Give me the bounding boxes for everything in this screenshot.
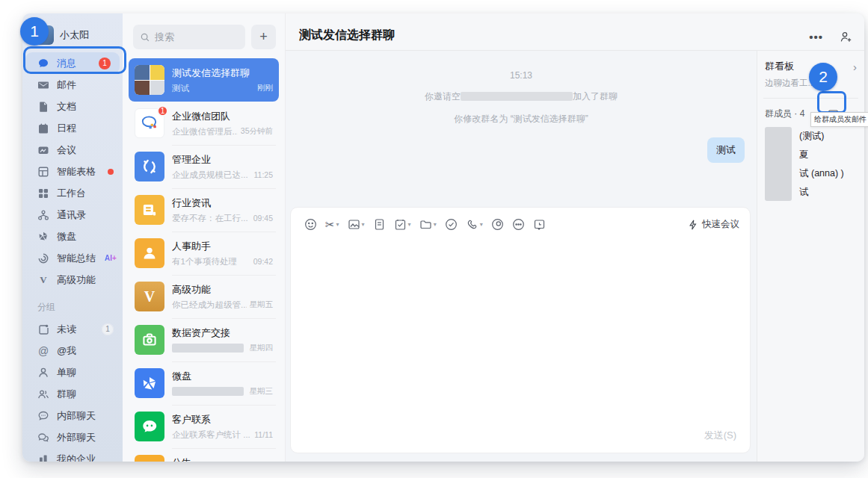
chat-unread-badge: 1 <box>157 105 168 117</box>
chat-subtitle: 有1个事项待处理 <box>172 256 250 267</box>
sidebar-item-advanced[interactable]: V 高级功能 <box>22 269 123 291</box>
create-chat-button[interactable]: + <box>251 25 276 49</box>
search-placeholder: 搜索 <box>155 31 174 44</box>
advanced-features-avatar: V <box>135 282 164 311</box>
sidebar-item-group-chats[interactable]: 群聊 <box>22 383 123 405</box>
chat-title: 管理企业 <box>172 153 273 167</box>
chat-list-item[interactable]: 客户联系 企业联系客户统计 ... 11/11 <box>129 405 279 448</box>
annotation-step-2: 2 <box>809 63 837 91</box>
unread-group-badge: 1 <box>102 323 114 335</box>
chat-list-item[interactable]: 公告 ss: 你好 <box>129 448 279 462</box>
sidebar-item-smart-summary[interactable]: 智能总结 AI+ <box>22 247 123 269</box>
sidebar-item-label: 智能表格 <box>57 165 100 179</box>
announcement-avatar <box>135 455 164 462</box>
chat-subtitle: 爱存不存：在工行... <box>172 213 250 224</box>
message-text-area[interactable] <box>291 237 750 428</box>
sidebar-item-mentions[interactable]: @ @我 <box>22 340 123 361</box>
chat-list-item[interactable]: 数据资产交接 星期四 <box>129 318 279 361</box>
chat-time: 35分钟前 <box>241 126 273 137</box>
drive-pinwheel-icon <box>37 231 49 243</box>
annotation-step-1: 1 <box>20 17 49 46</box>
two-person-icon <box>37 388 49 400</box>
sidebar-item-workbench[interactable]: 工作台 <box>22 182 123 204</box>
chat-title: 公告 <box>172 456 273 462</box>
sidebar-item-external-chats[interactable]: 外部聊天 <box>22 426 123 448</box>
sidebar-item-label: 单聊 <box>57 366 114 379</box>
sidebar-item-contacts[interactable]: 通讯录 <box>22 204 123 226</box>
meeting-icon <box>37 144 49 156</box>
sidebar-item-internal-chats[interactable]: 内部聊天 <box>22 405 123 426</box>
emoji-icon[interactable] <box>303 217 318 232</box>
chat-list-item-selected[interactable]: 测试发信选择群聊 测试 刚刚 <box>129 58 279 102</box>
chat-subtitle: 测试 <box>172 83 254 94</box>
sidebar-item-label: 工作台 <box>57 187 114 200</box>
call-icon[interactable]: ▾ <box>464 217 484 232</box>
more-circle-icon[interactable] <box>511 217 526 232</box>
sidebar-item-docs[interactable]: 文档 <box>22 96 123 117</box>
chat-list-item[interactable]: 人事助手 有1个事项待处理 09:42 <box>129 232 279 275</box>
chevron-right-icon[interactable]: › <box>853 60 857 73</box>
sidebar-item-my-company[interactable]: 我的企业 <box>22 448 123 462</box>
todo-icon[interactable]: ▾ <box>393 217 413 232</box>
chat-title: 数据资产交接 <box>172 326 273 340</box>
system-message-invite: 你邀请空加入了群聊 <box>286 90 757 103</box>
sidebar-item-label: 邮件 <box>57 78 114 92</box>
data-handover-avatar <box>135 325 164 355</box>
unread-icon <box>37 323 49 335</box>
divider <box>763 98 858 99</box>
chat-title: 客户联系 <box>172 413 273 426</box>
sidebar-item-meeting[interactable]: 会议 <box>22 139 123 161</box>
chat-list-item[interactable]: 行业资讯 爱存不存：在工行... 09:45 <box>129 188 279 232</box>
sidebar-item-unread[interactable]: 未读 1 <box>22 318 123 340</box>
calendar-icon <box>37 122 49 134</box>
voice-record-icon[interactable] <box>490 217 505 232</box>
chat-time: 星期五 <box>250 299 274 310</box>
chat-list-item[interactable]: 微盘 星期三 <box>129 361 279 405</box>
chat-bubble-icon <box>37 58 49 69</box>
at-icon: @ <box>37 345 49 357</box>
sidebar-item-label: 微盘 <box>57 230 114 243</box>
sidebar-item-label: 会议 <box>57 143 114 157</box>
sidebar-item-label: 我的企业 <box>57 453 114 462</box>
sidebar-item-mail[interactable]: 邮件 <box>22 74 123 96</box>
chat-time: 09:45 <box>253 214 273 223</box>
sidebar-item-label: 智能总结 <box>57 252 96 265</box>
quick-meeting-button[interactable]: 快速会议 <box>688 218 739 231</box>
check-circle-icon[interactable] <box>443 217 459 232</box>
sidebar-item-direct-chats[interactable]: 单聊 <box>22 361 123 383</box>
sidebar-item-label: 未读 <box>57 323 94 336</box>
message-area: 15:13 你邀请空加入了群聊 你修改群名为 “测试发信选择群聊” 测试 <box>286 51 757 207</box>
wecom-window: 小太阳 消息 1 邮件 文档 日程 <box>22 13 864 462</box>
ai-plus-tag: AI+ <box>105 254 117 262</box>
chat-time: 09:42 <box>253 257 273 266</box>
image-icon[interactable]: ▾ <box>346 217 366 232</box>
screenshot-scissors-icon[interactable]: ✂▾ <box>324 217 341 232</box>
sent-message-bubble: 测试 <box>707 137 745 163</box>
chat-list-item[interactable]: 管理企业 企业成员规模已达... 11:25 <box>129 145 279 188</box>
sidebar-item-calendar[interactable]: 日程 <box>22 117 123 139</box>
message-timestamp: 15:13 <box>286 70 757 81</box>
chat-header: ─ □ ✕ 测试发信选择群聊 ••• <box>286 13 864 51</box>
chat-subtitle: 你已经成为超级管... <box>172 299 247 311</box>
search-input[interactable]: 搜索 <box>133 25 245 49</box>
sidebar-item-messages[interactable]: 消息 1 <box>25 52 120 74</box>
file-icon[interactable] <box>372 217 387 232</box>
search-icon <box>140 32 150 43</box>
sidebar-item-label: 外部聊天 <box>57 431 114 444</box>
chat-more-icon[interactable]: ••• <box>809 31 823 43</box>
folder-icon[interactable]: ▾ <box>418 217 438 232</box>
hr-assistant-avatar <box>135 238 164 268</box>
chat-list-item[interactable]: 1 企业微信团队 企业微信管理后... 35分钟前 <box>129 102 279 145</box>
sidebar-item-smart-table[interactable]: 智能表格 <box>22 161 123 182</box>
sidebar-group-header: 分组 <box>22 291 123 318</box>
chat-list: 测试发信选择群聊 测试 刚刚 1 企业微信团队 企业微信管理后... 35 <box>123 58 285 462</box>
add-member-icon[interactable] <box>840 31 852 43</box>
schedule-message-icon[interactable] <box>532 217 547 232</box>
sidebar-item-label: 消息 <box>57 57 91 70</box>
chat-list-item[interactable]: V 高级功能 你已经成为超级管... 星期五 <box>129 275 279 318</box>
message-input-box[interactable]: ✂▾ ▾ ▾ <box>290 207 751 453</box>
sidebar-item-drive[interactable]: 微盘 <box>22 226 123 247</box>
send-button[interactable]: 发送(S) <box>704 429 736 441</box>
internal-chat-icon <box>37 410 49 422</box>
user-name: 小太阳 <box>60 28 89 42</box>
